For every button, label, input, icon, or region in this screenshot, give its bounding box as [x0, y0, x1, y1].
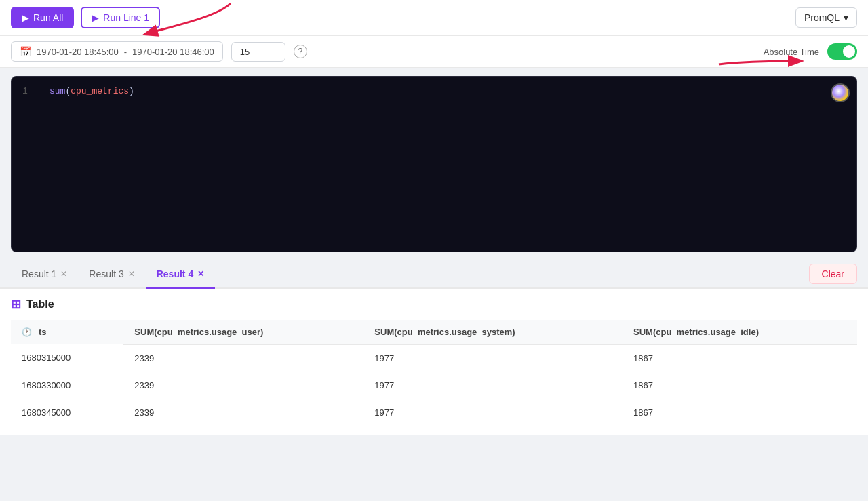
- code-metric: cpu_metrics: [71, 86, 129, 96]
- absolute-time-label: Absolute Time: [764, 47, 819, 57]
- table-cell: 1977: [363, 372, 623, 399]
- col-header-usage-user: SUM(cpu_metrics.usage_user): [123, 320, 363, 344]
- query-editor[interactable]: 1 sum(cpu_metrics): [11, 76, 857, 252]
- table-cell: 1867: [623, 372, 857, 399]
- run-line-button[interactable]: ▶ Run Line 1: [81, 7, 160, 28]
- time-separator: -: [124, 47, 127, 57]
- table-cell: 1680315000: [11, 344, 123, 372]
- results-table: 🕐 ts SUM(cpu_metrics.usage_user) SUM(cpu…: [11, 320, 857, 426]
- tab-result-1[interactable]: Result 1 ✕: [11, 260, 78, 289]
- help-icon[interactable]: ?: [294, 45, 307, 58]
- table-cell: 1977: [363, 399, 623, 426]
- chevron-down-icon: ▾: [844, 12, 848, 23]
- line-number: 1: [22, 86, 39, 96]
- results-tabs: Result 1 ✕ Result 3 ✕ Result 4 ✕ Clear: [0, 260, 868, 289]
- tab-result-1-close[interactable]: ✕: [60, 269, 67, 279]
- result-panel: ⊞ Table 🕐 ts SUM(cpu_metrics.usage_user)…: [0, 289, 868, 435]
- absolute-time-toggle[interactable]: [827, 43, 857, 60]
- code-content: sum(cpu_metrics): [50, 86, 134, 96]
- clock-icon: 🕐: [22, 327, 32, 337]
- table-cell: 2339: [123, 372, 363, 399]
- table-row: 1680330000233919771867: [11, 372, 857, 399]
- col-header-usage-system: SUM(cpu_metrics.usage_system): [363, 320, 623, 344]
- promql-selector[interactable]: PromQL ▾: [795, 7, 857, 28]
- time-start: 1970-01-20 18:45:00: [37, 47, 119, 57]
- run-line-label: Run Line 1: [103, 12, 149, 23]
- table-cell: 2339: [123, 344, 363, 372]
- col-header-usage-idle: SUM(cpu_metrics.usage_idle): [623, 320, 857, 344]
- step-input[interactable]: [231, 42, 285, 62]
- col-ts-label: ts: [39, 327, 47, 337]
- table-cell: 1867: [623, 399, 857, 426]
- table-cell: 1977: [363, 344, 623, 372]
- code-keyword-sum: sum: [50, 86, 65, 96]
- question-mark: ?: [298, 47, 302, 56]
- tab-result-4[interactable]: Result 4 ✕: [146, 260, 215, 289]
- table-title: ⊞ Table: [11, 297, 857, 312]
- promql-label: PromQL: [804, 12, 840, 23]
- table-cell: 2339: [123, 399, 363, 426]
- clear-button[interactable]: Clear: [809, 264, 857, 284]
- time-range-picker[interactable]: 📅 1970-01-20 18:45:00 - 1970-01-20 18:46…: [11, 41, 223, 62]
- second-toolbar: 📅 1970-01-20 18:45:00 - 1970-01-20 18:46…: [0, 36, 868, 68]
- tab-result-3[interactable]: Result 3 ✕: [78, 260, 145, 289]
- table-icon: ⊞: [11, 297, 21, 312]
- editor-badge[interactable]: [831, 83, 850, 102]
- tab-result-1-label: Result 1: [22, 268, 56, 279]
- table-cell: 1867: [623, 344, 857, 372]
- table-title-text: Table: [26, 298, 54, 310]
- run-all-label: Run All: [33, 12, 63, 23]
- table-row: 1680345000233919771867: [11, 399, 857, 426]
- calendar-icon: 📅: [20, 46, 31, 57]
- editor-line-1: 1 sum(cpu_metrics): [12, 85, 856, 98]
- tab-result-3-close[interactable]: ✕: [128, 269, 135, 279]
- play-icon: ▶: [22, 12, 29, 23]
- tab-result-4-label: Result 4: [157, 268, 193, 279]
- tab-result-4-close[interactable]: ✕: [197, 269, 204, 279]
- top-toolbar: ▶ Run All ▶ Run Line 1 PromQL ▾: [0, 0, 868, 36]
- col-header-ts: 🕐 ts: [11, 320, 123, 344]
- table-header-row: 🕐 ts SUM(cpu_metrics.usage_user) SUM(cpu…: [11, 320, 857, 344]
- table-cell: 1680330000: [11, 372, 123, 399]
- play-icon-2: ▶: [92, 12, 99, 23]
- table-row: 1680315000233919771867: [11, 344, 857, 372]
- run-all-button[interactable]: ▶ Run All: [11, 7, 74, 28]
- time-end: 1970-01-20 18:46:00: [132, 47, 214, 57]
- code-paren-close: ): [129, 86, 134, 96]
- table-cell: 1680345000: [11, 399, 123, 426]
- tab-result-3-label: Result 3: [89, 268, 123, 279]
